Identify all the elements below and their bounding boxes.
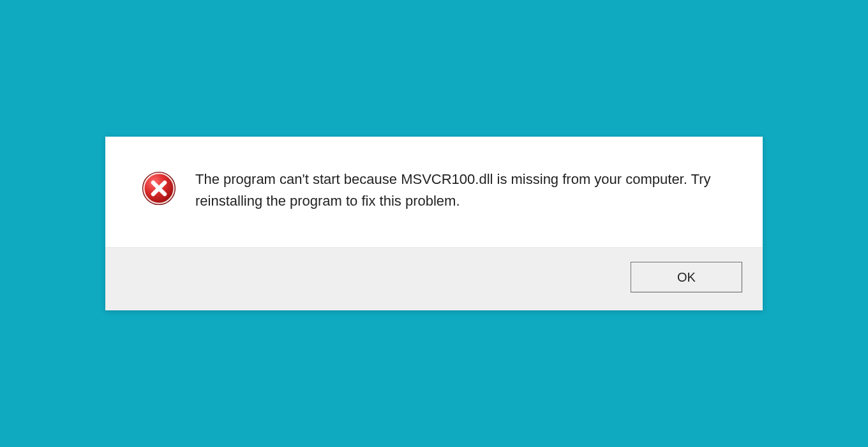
error-message: The program can't start because MSVCR100… [195, 169, 724, 212]
error-dialog: The program can't start because MSVCR100… [105, 137, 763, 310]
dialog-body: The program can't start because MSVCR100… [105, 137, 763, 247]
ok-button[interactable]: OK [631, 262, 742, 292]
dialog-footer: OK [105, 247, 763, 310]
error-icon [140, 170, 177, 209]
